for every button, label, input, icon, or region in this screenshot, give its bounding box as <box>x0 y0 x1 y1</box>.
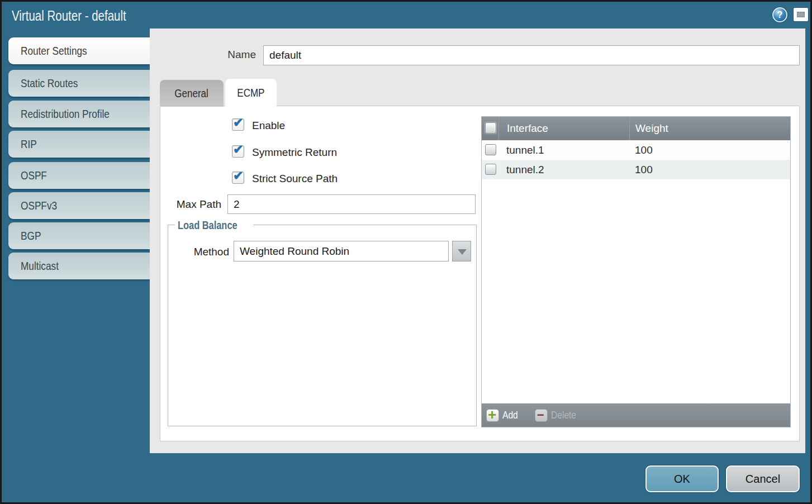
tab-general[interactable]: General <box>160 80 224 107</box>
sidebar-item-static-routes[interactable]: Static Routes <box>8 70 150 97</box>
method-dropdown-arrow-icon[interactable] <box>452 241 471 261</box>
delete-button[interactable]: Delete <box>551 409 576 421</box>
table-row[interactable]: tunnel.2 100 <box>482 160 790 179</box>
add-icon[interactable] <box>486 409 499 422</box>
load-balance-legend: Load Balance <box>178 219 238 232</box>
name-input[interactable] <box>263 45 800 65</box>
table-header-row: Interface Weight <box>482 117 790 140</box>
enable-label: Enable <box>252 120 285 132</box>
help-icon[interactable]: ? <box>772 7 787 22</box>
strict-source-path-checkbox[interactable]: ✔ <box>232 172 244 184</box>
sidebar-item-bgp[interactable]: BGP <box>8 222 150 249</box>
restore-window-glyph <box>797 12 805 17</box>
cell-weight: 100 <box>629 140 790 160</box>
name-label: Name <box>186 49 256 61</box>
symmetric-return-checkbox[interactable]: ✔ <box>232 145 244 158</box>
sidebar-item-ospfv3[interactable]: OSPFv3 <box>8 192 150 219</box>
cell-interface: tunnel.2 <box>498 160 629 179</box>
column-header-weight[interactable]: Weight <box>629 117 790 140</box>
header-checkbox-cell <box>482 117 498 140</box>
virtual-router-dialog: Virtual Router - default ? Router Settin… <box>0 0 812 504</box>
method-label: Method <box>181 246 229 258</box>
sidebar-item-router-settings[interactable]: Router Settings <box>8 37 150 64</box>
sidebar-item-multicast[interactable]: Multicast <box>8 253 150 279</box>
max-path-input[interactable] <box>227 194 476 214</box>
sidebar-item-redistribution-profile[interactable]: Redistribution Profile <box>8 101 150 127</box>
ecmp-interface-table: Interface Weight tunnel.1 100 tunnel.2 1… <box>481 116 791 427</box>
row-checkbox[interactable] <box>485 164 496 175</box>
row-checkbox-cell <box>482 160 498 179</box>
method-select[interactable]: Weighted Round Robin <box>234 241 449 261</box>
cell-interface: tunnel.1 <box>498 140 629 160</box>
max-path-label: Max Path <box>158 198 221 211</box>
check-icon: ✔ <box>233 169 243 183</box>
dialog-title: Virtual Router - default <box>12 8 126 24</box>
symmetric-return-label: Symmetric Return <box>252 146 337 159</box>
table-row[interactable]: tunnel.1 100 <box>482 140 790 160</box>
column-header-interface[interactable]: Interface <box>498 117 629 140</box>
add-button[interactable]: Add <box>502 409 518 421</box>
delete-icon[interactable] <box>535 409 548 422</box>
table-footer-toolbar: Add Delete <box>482 403 790 427</box>
method-selected-value: Weighted Round Robin <box>240 245 349 258</box>
strict-source-path-label: Strict Source Path <box>252 173 338 185</box>
row-checkbox[interactable] <box>485 144 496 155</box>
select-all-checkbox[interactable] <box>485 122 496 134</box>
restore-window-icon[interactable] <box>794 8 808 21</box>
tab-ecmp[interactable]: ECMP <box>225 79 277 107</box>
ok-button[interactable]: OK <box>645 465 719 492</box>
sidebar-item-rip[interactable]: RIP <box>8 131 150 158</box>
cell-weight: 100 <box>629 160 790 179</box>
row-checkbox-cell <box>482 140 498 160</box>
check-icon: ✔ <box>233 142 243 157</box>
check-icon: ✔ <box>233 116 243 130</box>
cancel-button[interactable]: Cancel <box>726 465 800 492</box>
sidebar-item-ospf[interactable]: OSPF <box>8 162 150 189</box>
help-glyph: ? <box>777 10 783 20</box>
enable-checkbox[interactable]: ✔ <box>232 118 244 131</box>
